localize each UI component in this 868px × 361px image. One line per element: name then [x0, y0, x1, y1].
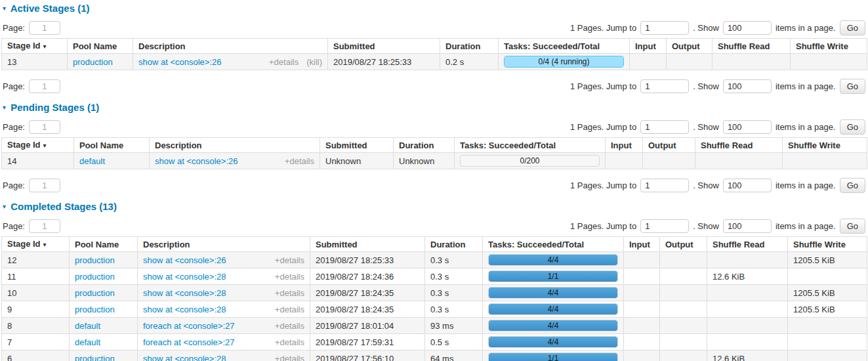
jump-to-input[interactable]: [640, 179, 689, 192]
details-toggle[interactable]: +details: [275, 272, 304, 282]
details-toggle[interactable]: +details: [275, 288, 304, 298]
section-header-active-stages[interactable]: ▾ Active Stages (1): [3, 3, 867, 14]
jump-to-input[interactable]: [640, 219, 689, 233]
section-header-pending-stages[interactable]: ▾ Pending Stages (1): [3, 102, 867, 113]
description-link[interactable]: show at <console>:28: [143, 305, 226, 314]
pagination-bar: Page: 1 Pages. Jump to . Show items in a…: [3, 177, 865, 193]
column-header-label: Input: [635, 41, 656, 51]
column-header-output[interactable]: Output: [667, 39, 713, 54]
column-header-submitted[interactable]: Submitted: [328, 39, 440, 54]
section-header-completed-stages[interactable]: ▾ Completed Stages (13): [3, 201, 867, 212]
jump-to-input[interactable]: [640, 79, 689, 93]
pagination-bar: Page: 1 Pages. Jump to . Show items in a…: [3, 218, 865, 234]
pool-name-link[interactable]: production: [73, 57, 113, 67]
column-header-duration[interactable]: Duration: [440, 39, 499, 54]
page-label: Page:: [3, 221, 25, 231]
description-link[interactable]: show at <console>:28: [143, 288, 226, 298]
jump-control: 1 Pages. Jump to . Show items in a page.…: [570, 219, 865, 234]
go-button[interactable]: Go: [840, 119, 865, 135]
pool-name-link[interactable]: production: [75, 272, 115, 282]
cell-shuffle-read: [707, 318, 788, 334]
column-header-stage-id[interactable]: Stage Id▾: [2, 138, 74, 153]
go-button[interactable]: Go: [840, 79, 865, 94]
pool-name-link[interactable]: production: [75, 288, 115, 298]
jump-to-input[interactable]: [640, 120, 689, 134]
column-header-duration[interactable]: Duration: [394, 138, 455, 153]
description-link[interactable]: show at <console>:26: [138, 57, 221, 67]
cell-duration: 0.3 s: [425, 252, 483, 268]
show-items-input[interactable]: [723, 179, 772, 192]
column-header-shuffle-write[interactable]: Shuffle Write: [788, 237, 867, 252]
column-header-description[interactable]: Description: [138, 237, 310, 252]
show-label: . Show: [693, 23, 719, 33]
description-link[interactable]: show at <console>:26: [155, 156, 238, 166]
column-header-output[interactable]: Output: [643, 138, 695, 153]
show-items-input[interactable]: [723, 21, 772, 35]
column-header-submitted[interactable]: Submitted: [310, 237, 425, 252]
page-input[interactable]: [29, 179, 60, 192]
jump-to-input[interactable]: [640, 21, 689, 35]
column-header-input[interactable]: Input: [624, 237, 660, 252]
column-header-input[interactable]: Input: [606, 138, 643, 153]
show-items-input[interactable]: [723, 219, 772, 233]
column-header-pool-name[interactable]: Pool Name: [74, 138, 150, 153]
show-items-input[interactable]: [723, 120, 772, 134]
page-input[interactable]: [29, 79, 60, 93]
page-control: Page:: [3, 21, 60, 35]
column-header-input[interactable]: Input: [630, 39, 667, 54]
page-input[interactable]: [29, 21, 60, 35]
column-header-tasks-succeeded-total[interactable]: Tasks: Succeeded/Total: [483, 237, 624, 252]
column-header-output[interactable]: Output: [660, 237, 707, 252]
details-toggle[interactable]: +details: [275, 255, 304, 265]
description-link[interactable]: show at <console>:28: [143, 272, 226, 282]
pool-name-link[interactable]: default: [79, 156, 105, 166]
column-header-shuffle-read[interactable]: Shuffle Read: [707, 237, 788, 252]
column-header-description[interactable]: Description: [150, 138, 320, 153]
cell-submitted: 2019/08/27 18:24:35: [310, 301, 425, 318]
column-header-tasks-succeeded-total[interactable]: Tasks: Succeeded/Total: [455, 138, 606, 153]
go-button[interactable]: Go: [840, 219, 865, 234]
column-header-shuffle-read[interactable]: Shuffle Read: [695, 138, 783, 153]
pool-name-link[interactable]: default: [75, 337, 100, 347]
page-input[interactable]: [29, 120, 60, 134]
column-header-label: Pool Name: [73, 41, 117, 51]
description-link[interactable]: show at <console>:26: [143, 255, 226, 265]
column-header-pool-name[interactable]: Pool Name: [68, 39, 133, 54]
column-header-submitted[interactable]: Submitted: [320, 138, 394, 153]
go-button[interactable]: Go: [840, 178, 865, 193]
column-header-label: Tasks: Succeeded/Total: [488, 240, 584, 249]
details-toggle[interactable]: +details: [275, 354, 304, 361]
section-title: Pending Stages (1): [10, 102, 99, 113]
cell-tasks: 0/4 (4 running): [499, 54, 630, 70]
details-toggle[interactable]: +details: [269, 57, 299, 67]
show-items-input[interactable]: [723, 79, 772, 93]
column-header-duration[interactable]: Duration: [425, 237, 483, 252]
collapse-arrow-icon: ▾: [3, 203, 6, 210]
column-header-shuffle-read[interactable]: Shuffle Read: [713, 39, 791, 54]
column-header-stage-id[interactable]: Stage Id▾: [2, 39, 68, 54]
description-link[interactable]: foreach at <console>:27: [143, 337, 235, 347]
column-header-tasks-succeeded-total[interactable]: Tasks: Succeeded/Total: [499, 39, 630, 54]
pool-name-link[interactable]: production: [75, 255, 115, 265]
go-button[interactable]: Go: [840, 20, 865, 35]
details-toggle[interactable]: +details: [285, 156, 314, 166]
details-toggle[interactable]: +details: [275, 305, 304, 314]
column-header-pool-name[interactable]: Pool Name: [70, 237, 138, 252]
details-toggle[interactable]: +details: [275, 321, 304, 331]
kill-link[interactable]: (kill): [306, 57, 322, 67]
page-input[interactable]: [29, 219, 60, 233]
cell-shuffle-write: 1205.5 KiB: [788, 301, 867, 318]
jump-control: 1 Pages. Jump to . Show items in a page.…: [570, 119, 865, 135]
column-header-shuffle-write[interactable]: Shuffle Write: [791, 39, 867, 54]
details-toggle[interactable]: +details: [275, 337, 304, 347]
column-header-description[interactable]: Description: [133, 39, 328, 54]
column-header-shuffle-write[interactable]: Shuffle Write: [783, 138, 867, 153]
cell-submitted: 2019/08/27 18:24:36: [310, 268, 425, 285]
pool-name-link[interactable]: production: [75, 305, 115, 314]
description-link[interactable]: show at <console>:28: [143, 354, 226, 361]
pool-name-link[interactable]: default: [75, 321, 100, 331]
description-link[interactable]: foreach at <console>:27: [143, 321, 235, 331]
column-header-label: Description: [143, 240, 190, 249]
column-header-stage-id[interactable]: Stage Id▾: [2, 237, 70, 252]
pool-name-link[interactable]: production: [75, 354, 115, 361]
